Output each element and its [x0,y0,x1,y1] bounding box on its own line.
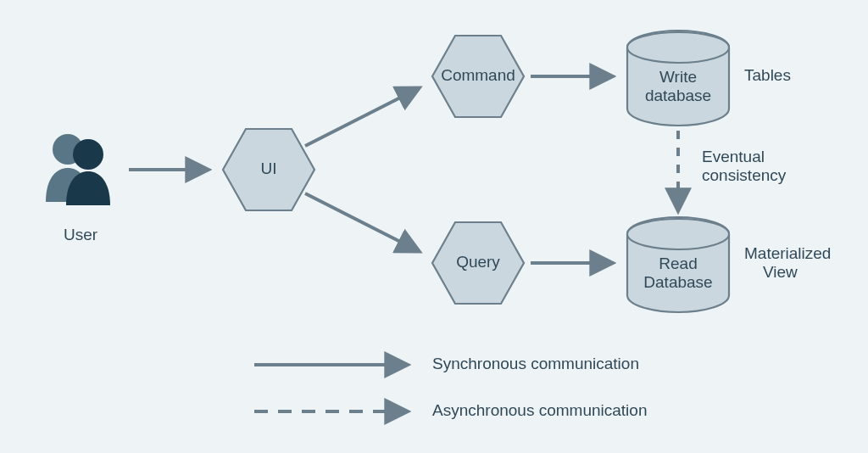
query-node: Query [432,222,524,304]
user-label: User [64,226,98,243]
svg-point-5 [627,32,729,63]
command-node: Command [432,36,524,117]
query-label: Query [456,253,500,271]
materialized-label-1: Materialized [744,244,831,262]
ui-node: UI [223,129,314,210]
write-db-label-2: database [645,87,711,104]
write-db-label-1: Write [659,68,697,86]
legend-sync-label: Synchronous communication [432,355,639,372]
read-db-node: Read Database [627,217,729,312]
svg-point-1 [73,139,103,170]
eventual-label-1: Eventual [702,148,765,165]
eventual-label-2: consistency [702,166,787,184]
command-label: Command [441,66,515,84]
arrow-ui-to-query [305,193,419,251]
ui-label: UI [261,159,277,177]
read-db-label-1: Read [659,254,697,272]
legend-async-label: Asynchronous communication [432,401,647,419]
write-db-node: Write database [627,31,729,126]
read-db-label-2: Database [643,273,712,291]
arrow-ui-to-command [305,88,419,146]
svg-point-6 [627,219,729,249]
materialized-label-2: View [763,263,798,281]
tables-label: Tables [744,66,791,84]
user-icon [46,134,110,205]
